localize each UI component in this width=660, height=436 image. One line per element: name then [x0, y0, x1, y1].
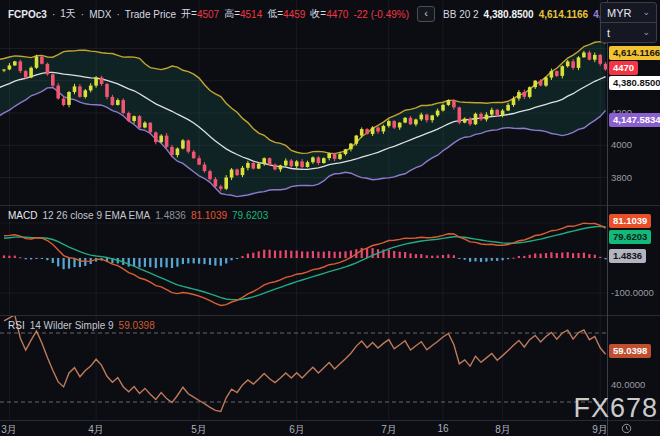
series-type-label: Trade Price: [125, 9, 176, 20]
rsi-title[interactable]: RSI: [8, 320, 25, 331]
time-axis[interactable]: 3月4月5月6月7月168月9月: [0, 420, 660, 436]
close-label: 收=: [310, 7, 326, 21]
open-label: 开=: [181, 7, 197, 21]
price-badge: 79.6203: [609, 230, 651, 244]
low-label: 低=: [267, 7, 283, 21]
pane-divider: [0, 315, 660, 316]
separator-dot: ·: [52, 9, 55, 20]
price-axis[interactable]: 4200400038004,614.116644704,380.85004,14…: [607, 0, 660, 436]
macd-signal-value: 79.6203: [232, 210, 268, 221]
macd-params: 12 26 close 9 EMA EMA: [42, 210, 150, 221]
bb-basis-value: 4,380.8500: [484, 9, 534, 20]
symbol-label[interactable]: FCPOc3: [8, 9, 47, 20]
rsi-legend: RSI 14 Wilder Simple 9 59.0398: [8, 320, 155, 331]
price-badge: 81.1039: [609, 214, 651, 228]
chevron-down-icon: ⌄: [642, 28, 650, 37]
legend-collapse-button[interactable]: ‹: [417, 6, 435, 22]
time-tick-label: 4月: [88, 423, 104, 436]
change-value: -22 (-0.49%): [353, 9, 409, 20]
bb-indicator-label[interactable]: BB 20 2: [443, 9, 479, 20]
unit-select[interactable]: t ⌄: [601, 23, 656, 42]
price-badge: 4,147.5834: [609, 113, 660, 127]
high-label: 高=: [224, 7, 240, 21]
currency-select[interactable]: MYR ⌄: [601, 3, 656, 22]
fx678-watermark: FX678: [573, 393, 658, 424]
currency-unit-widget: MYR ⌄ t ⌄: [600, 2, 657, 43]
price-badge: 4470: [609, 61, 638, 75]
price-badge: 4,380.8500: [609, 76, 660, 90]
separator-dot: ·: [81, 9, 84, 20]
time-tick-label: 3月: [1, 423, 17, 436]
trading-chart-window: FCPOc3 · 1天 · MDX · Trade Price 开=4507 高…: [0, 0, 660, 436]
chevron-down-icon: ⌄: [642, 8, 650, 17]
unit-value: t: [607, 27, 610, 39]
axis-tick-label: 3800: [611, 172, 632, 183]
pane-divider: [0, 205, 660, 206]
currency-value: MYR: [607, 7, 631, 19]
high-value: 4514: [240, 9, 262, 20]
main-chart-legend: FCPOc3 · 1天 · MDX · Trade Price 开=4507 高…: [8, 6, 643, 22]
axis-tick-label: 4000: [611, 139, 632, 150]
separator-dot: ·: [116, 9, 119, 20]
price-badge: 1.4836: [609, 249, 646, 263]
time-tick-label: 7月: [381, 423, 397, 436]
main-price-chart[interactable]: [0, 0, 607, 205]
exchange-label: MDX: [89, 9, 111, 20]
open-value: 4507: [197, 9, 219, 20]
interval-label[interactable]: 1天: [60, 7, 76, 21]
macd-hist-value: 1.4836: [155, 210, 186, 221]
bb-upper-value: 4,614.1166: [539, 9, 589, 20]
price-badge: 59.0398: [609, 344, 651, 358]
time-tick-label: 16: [437, 423, 448, 434]
macd-chart[interactable]: [0, 205, 607, 315]
axis-tick-label: 40.0000: [611, 379, 645, 390]
axis-tick-label: -100.0000: [611, 287, 654, 298]
rsi-value: 59.0398: [119, 320, 155, 331]
macd-title[interactable]: MACD: [8, 210, 37, 221]
time-tick-label: 6月: [289, 423, 305, 436]
time-tick-label: 8月: [495, 423, 511, 436]
macd-legend: MACD 12 26 close 9 EMA EMA 1.4836 81.103…: [8, 210, 268, 221]
macd-line-value: 81.1039: [191, 210, 227, 221]
low-value: 4459: [283, 9, 305, 20]
time-tick-label: 9月: [592, 423, 608, 436]
close-value: 4470: [326, 9, 348, 20]
price-badge: 4,614.1166: [609, 46, 660, 60]
rsi-params: 14 Wilder Simple 9: [30, 320, 114, 331]
time-tick-label: 5月: [191, 423, 207, 436]
